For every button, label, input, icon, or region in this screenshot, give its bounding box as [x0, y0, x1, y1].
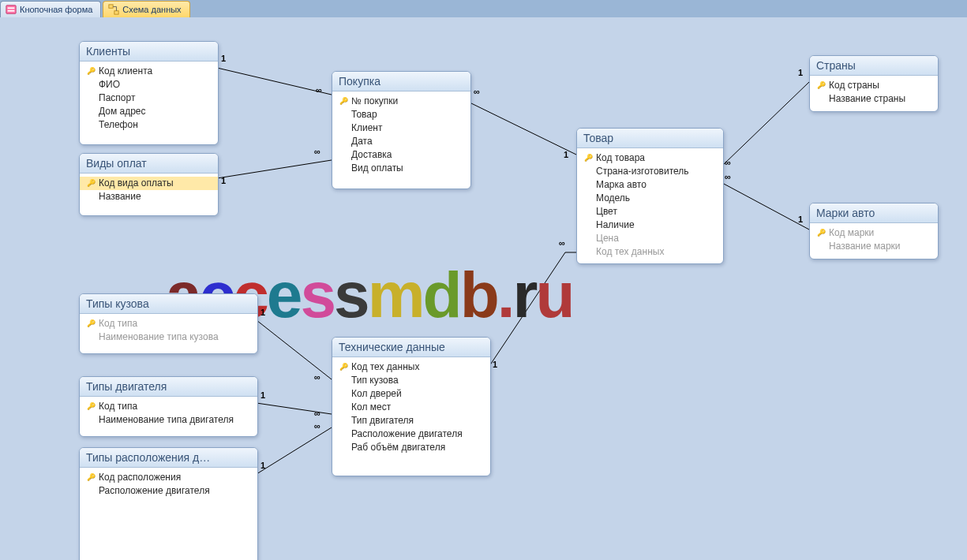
primary-key-icon: 🔑 — [337, 95, 350, 107]
field-row[interactable]: Цвет — [577, 205, 723, 218]
field-row[interactable]: Название марки — [810, 240, 938, 253]
field-row[interactable]: Наименование типа двигателя — [80, 413, 257, 427]
field-list: 🔑Код расположенияРасположение двигателя — [80, 468, 257, 502]
field-row[interactable]: Раб объём двигателя — [332, 441, 490, 454]
field-label: Дата — [350, 136, 373, 147]
field-row[interactable]: Название — [80, 190, 218, 203]
table-purchase[interactable]: Покупка🔑№ покупкиТоварКлиентДатаДоставка… — [332, 71, 471, 189]
table-title[interactable]: Товар — [577, 129, 723, 148]
field-label: Паспорт — [97, 92, 135, 104]
table-paytypes[interactable]: Виды оплат🔑Код вида оплатыНазвание — [79, 153, 219, 216]
field-row[interactable]: Страна-изготовитель — [577, 165, 723, 178]
field-label: Кол мест — [350, 401, 391, 413]
cardinality-label: 1 — [564, 150, 568, 159]
field-row[interactable]: Тип двигателя — [332, 414, 490, 427]
field-row[interactable]: 🔑Код вида оплаты — [80, 177, 218, 190]
primary-key-icon: 🔑 — [84, 401, 97, 413]
cardinality-label: ∞ — [314, 147, 320, 156]
table-title[interactable]: Типы расположения д… — [80, 448, 257, 468]
field-label: Цена — [594, 233, 619, 245]
field-label: Код расположения — [97, 472, 181, 483]
field-row[interactable]: Товар — [332, 108, 470, 121]
table-enginetypes[interactable]: Типы двигателя🔑Код типаНаименование типа… — [79, 376, 258, 437]
field-row[interactable]: 🔑Код типа — [80, 317, 257, 330]
field-row[interactable]: 🔑№ покупки — [332, 95, 470, 108]
field-row[interactable]: Вид оплаты — [332, 162, 470, 175]
field-row[interactable]: 🔑Код клиента — [80, 65, 218, 78]
table-countries[interactable]: Страны🔑Код страныНазвание страны — [809, 55, 939, 112]
field-row[interactable]: Тип кузова — [332, 374, 490, 387]
field-row[interactable]: Дом адрес — [80, 105, 218, 118]
field-label: ФИО — [97, 79, 120, 91]
table-title[interactable]: Виды оплат — [80, 154, 218, 174]
field-row[interactable]: 🔑Код тех данных — [332, 360, 490, 374]
cardinality-label: ∞ — [474, 87, 480, 96]
field-row[interactable]: Название страны — [810, 92, 938, 106]
field-row[interactable]: Клиент — [332, 121, 470, 135]
field-row[interactable]: 🔑Код страны — [810, 79, 938, 92]
field-label: Модель — [594, 192, 630, 204]
field-row[interactable]: Расположение двигателя — [80, 484, 257, 498]
table-bodytypes[interactable]: Типы кузова🔑Код типаНаименование типа ку… — [79, 293, 258, 354]
field-label: Тип двигателя — [350, 415, 414, 427]
field-row[interactable]: Телефон — [80, 118, 218, 132]
table-title[interactable]: Страны — [810, 56, 938, 76]
field-row[interactable]: Кол мест — [332, 401, 490, 414]
svg-rect-2 — [8, 10, 15, 12]
field-row[interactable]: Код тех данных — [577, 245, 723, 259]
field-row[interactable]: Паспорт — [80, 91, 218, 105]
field-label: Код типа — [97, 401, 137, 413]
table-product[interactable]: Товар🔑Код товараСтрана-изготовительМарка… — [576, 128, 724, 264]
field-row[interactable]: Кол дверей — [332, 387, 490, 401]
field-row[interactable]: Наименование типа кузова — [80, 330, 257, 344]
table-title[interactable]: Клиенты — [80, 42, 218, 62]
table-clients[interactable]: Клиенты🔑Код клиентаФИОПаспортДом адресТе… — [79, 41, 219, 145]
field-row[interactable]: 🔑Код типа — [80, 400, 257, 413]
field-label: Код клиента — [97, 65, 152, 77]
field-row[interactable]: Дата — [332, 135, 470, 148]
field-label: Цвет — [594, 206, 617, 218]
field-row[interactable]: Цена — [577, 232, 723, 245]
cardinality-label: 1 — [798, 215, 803, 224]
table-carbrands[interactable]: Марки авто🔑Код маркиНазвание марки — [809, 203, 939, 259]
table-techdata[interactable]: Технические данные🔑Код тех данныхТип куз… — [332, 337, 491, 476]
cardinality-label: 1 — [493, 360, 497, 369]
primary-key-icon: 🔑 — [582, 152, 594, 164]
cardinality-label: 1 — [260, 308, 265, 317]
field-label: Код тех данных — [594, 246, 664, 258]
field-label: Код тех данных — [350, 361, 419, 373]
field-label: Страна-изготовитель — [594, 166, 689, 177]
table-title[interactable]: Марки авто — [810, 203, 938, 223]
field-row[interactable]: Модель — [577, 192, 723, 205]
field-row[interactable]: Доставка — [332, 148, 470, 162]
field-row[interactable]: 🔑Код марки — [810, 226, 938, 240]
field-label: Наименование типа кузова — [97, 331, 219, 343]
table-engineloc[interactable]: Типы расположения д…🔑Код расположенияРас… — [79, 447, 258, 560]
field-list: 🔑Код вида оплатыНазвание — [80, 174, 218, 208]
field-row[interactable]: 🔑Код товара — [577, 151, 723, 165]
field-label: Код марки — [827, 227, 874, 239]
field-row[interactable]: Наличие — [577, 218, 723, 232]
primary-key-icon: 🔑 — [815, 227, 827, 239]
table-title[interactable]: Покупка — [332, 72, 470, 91]
tab-schema[interactable]: Схема данных — [103, 1, 189, 17]
field-row[interactable]: Марка авто — [577, 178, 723, 192]
primary-key-icon: 🔑 — [84, 65, 97, 77]
table-title[interactable]: Технические данные — [332, 338, 490, 357]
tab-label: Кнопочная форма — [20, 5, 92, 14]
field-label: Дом адрес — [97, 106, 146, 118]
field-label: Код товара — [594, 152, 645, 164]
field-label: Наименование типа двигателя — [97, 414, 234, 426]
form-icon — [6, 4, 17, 15]
field-label: Название страны — [827, 93, 905, 105]
field-row[interactable]: 🔑Код расположения — [80, 471, 257, 484]
diagram-canvas[interactable]: accessmdb.ru Клиенты🔑Код клиентаФИОПаспо… — [0, 17, 967, 560]
cardinality-label: 1 — [221, 176, 226, 185]
tab-form[interactable]: Кнопочная форма — [0, 1, 101, 17]
table-title[interactable]: Типы двигателя — [80, 377, 257, 397]
field-row[interactable]: ФИО — [80, 78, 218, 91]
field-label: Телефон — [97, 119, 138, 131]
table-title[interactable]: Типы кузова — [80, 294, 257, 314]
field-row[interactable]: Расположение двигателя — [332, 427, 490, 441]
field-label: № покупки — [350, 95, 398, 107]
